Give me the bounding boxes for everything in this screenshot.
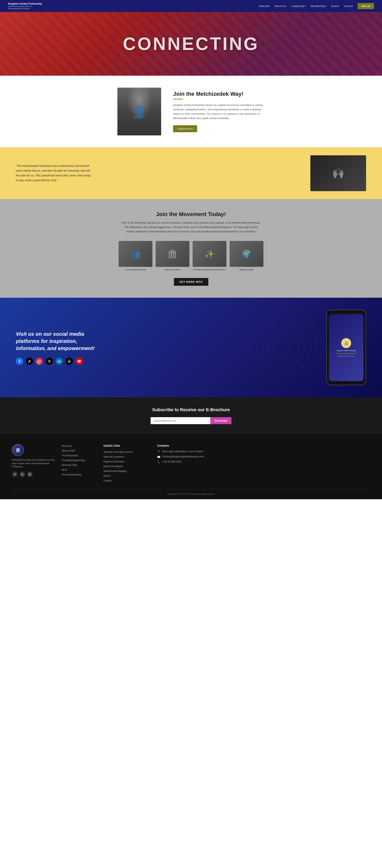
tiktok-icon[interactable]: [26, 358, 33, 365]
photo-box-4: 🌍: [230, 241, 264, 267]
footer-link-6[interactable]: Events: [103, 474, 151, 477]
linkedin-icon[interactable]: [56, 358, 63, 365]
x-twitter-icon[interactable]: [46, 358, 53, 365]
footer-ig-icon[interactable]: [27, 471, 33, 477]
social-left: Visit us on our social media platforms f…: [16, 330, 100, 365]
nav-welcome[interactable]: Welcome: [259, 5, 270, 7]
footer-useful-list: Apostolic Oversight Council National Ove…: [103, 450, 151, 482]
footer-logo-icon: 🏛️: [15, 447, 21, 453]
svg-point-3: [58, 360, 59, 361]
instagram-icon[interactable]: [36, 358, 43, 365]
photo-icon-2: 🏛️: [168, 249, 177, 259]
svg-point-9: [275, 336, 299, 360]
photo-item-4: 🌍 Making Impact: [230, 241, 264, 271]
footer-logo: 🏛️: [12, 444, 24, 456]
social-section: Visit us on our social media platforms f…: [0, 298, 382, 397]
phone-mockup: 🏛️ Kingdom Global Fellowship Kingdom Glo…: [326, 310, 366, 385]
footer: 🏛️ KINGDOM GLOBAL FELLOWSHIP and The Mos…: [0, 434, 382, 499]
svg-rect-10: [29, 473, 31, 475]
footer-useful-heading: Useful Links: [103, 444, 151, 447]
contact-email: ✉️ Contact@kingdomglobalfellowship.com: [157, 455, 209, 458]
person-image: [117, 88, 161, 135]
app-divider: [336, 353, 357, 354]
join-section: Join the Melchizedek Way! Kingdom Global…: [0, 76, 382, 147]
svg-point-2: [40, 360, 40, 361]
join-button[interactable]: Join Us: [357, 3, 374, 9]
photo-box-3: ✨: [193, 241, 227, 267]
footer-link-7[interactable]: Contact: [103, 479, 151, 482]
footer-useful-col: Useful Links Apostolic Oversight Council…: [103, 444, 151, 484]
threads-icon[interactable]: [66, 358, 73, 365]
phone-icon: 📞: [157, 461, 160, 464]
hero-text: CONNECTING: [123, 35, 259, 53]
footer-link-3[interactable]: Regional Overseers: [103, 460, 151, 463]
quote-people-icon: 🙌: [332, 167, 344, 179]
photo-caption-3: Providing Spiritual Empowerment: [193, 269, 227, 271]
photo-caption-1: Connecting Ministries: [118, 269, 152, 271]
svg-point-7: [263, 323, 310, 371]
app-logo: 🏛️: [341, 338, 351, 348]
nav-logo: Kingdom Global Fellowship and the Most S…: [8, 2, 42, 9]
nav-events[interactable]: Events: [331, 5, 339, 7]
footer-nav-mitc[interactable]: MITC: [62, 468, 98, 471]
footer-nav-offer[interactable]: What We Offer: [62, 463, 98, 467]
footer-nav-welcome[interactable]: Welcome: [62, 444, 98, 447]
footer-nav-bishop[interactable]: The Global Bishop: [62, 473, 98, 476]
footer-brand: 🏛️ KINGDOM GLOBAL FELLOWSHIP and The Mos…: [12, 444, 56, 484]
photo-item-3: ✨ Providing Spiritual Empowerment: [193, 241, 227, 271]
quote-text: "The Melchizedek Priesthood was institut…: [16, 164, 92, 183]
youtube-icon[interactable]: [76, 358, 83, 365]
ripple-circles: [247, 308, 326, 387]
footer-tw-icon[interactable]: [20, 471, 25, 477]
footer-link-2[interactable]: National Overseers: [103, 455, 151, 458]
facebook-icon[interactable]: [16, 358, 23, 365]
subscribe-section: Subscribe to Receive our E-Brochure Subs…: [0, 397, 382, 434]
nav-contact[interactable]: Contact: [344, 5, 353, 7]
nav-about[interactable]: About Us: [275, 4, 287, 8]
quote-section: "The Melchizedek Priesthood was institut…: [0, 147, 382, 199]
footer-contacts-col: Contacts 📍 East Legon Adjiringanor, Accr…: [157, 444, 209, 484]
navbar: Kingdom Global Fellowship and the Most S…: [0, 0, 382, 12]
email-text: Contact@kingdomglobalfellowship.com: [162, 455, 204, 458]
footer-nav-melchizedek[interactable]: The Melchizedek Way: [62, 458, 98, 462]
subscribe-heading: Subscribe to Receive our E-Brochure: [8, 407, 374, 412]
photo-box-2: 🏛️: [155, 241, 189, 267]
photo-caption-4: Making Impact: [230, 269, 264, 271]
footer-fb-icon[interactable]: [12, 471, 18, 477]
nav-leadership[interactable]: Leadership: [291, 4, 306, 8]
photo-icon-1: 👥: [131, 249, 140, 259]
get-info-button[interactable]: GET MORE INFO: [174, 278, 208, 286]
join-image: [117, 88, 161, 135]
footer-link-4[interactable]: District Presidents: [103, 464, 151, 468]
photo-item-1: 👥 Connecting Ministries: [118, 241, 152, 271]
footer-brand-text: KINGDOM GLOBAL FELLOWSHIP and The Most S…: [12, 458, 56, 468]
svg-point-1: [39, 361, 40, 362]
phone-text: +233 55 985 1584: [162, 460, 181, 463]
movement-heading: Join the Movement Today!: [24, 211, 358, 217]
contact-phone: 📞 +233 55 985 1584: [157, 460, 209, 464]
svg-point-5: [251, 312, 322, 383]
address-icon: 📍: [157, 450, 160, 453]
footer-nav-kgf[interactable]: What is KGF: [62, 449, 98, 453]
footer-grid: 🏛️ KINGDOM GLOBAL FELLOWSHIP and The Mos…: [12, 444, 370, 484]
footer-link-1[interactable]: Apostolic Oversight Council: [103, 450, 151, 454]
join-description: Kingdom Global Fellowship stands as a gl…: [173, 103, 265, 121]
address-text: East Legon Adjiringanor, Accra, Ghana: [162, 450, 203, 453]
svg-point-6: [257, 318, 316, 377]
logo-title: Kingdom Global Fellowship: [8, 2, 42, 5]
svg-point-11: [29, 474, 30, 475]
join-content: Join the Melchizedek Way! Kingdom Global…: [173, 91, 265, 132]
footer-social: [12, 471, 56, 477]
app-tagline: Kingdom Global Fellowship: [338, 355, 355, 357]
explore-button[interactable]: Explore More: [173, 125, 197, 132]
footer-nav-list: Welcome What is KGF The Priesthood The M…: [62, 444, 98, 476]
social-heading: Visit us on our social media platforms f…: [16, 330, 100, 352]
footer-link-5[interactable]: Membership Eligibility: [103, 469, 151, 473]
movement-section: Join the Movement Today! KGF is the fell…: [0, 199, 382, 298]
join-heading: Join the Melchizedek Way!: [173, 91, 265, 97]
subscribe-button[interactable]: Subscribe: [210, 417, 232, 424]
nav-membership[interactable]: Membership: [311, 4, 326, 8]
photo-box-1: 👥: [118, 241, 152, 267]
subscribe-input[interactable]: [150, 417, 210, 424]
footer-nav-priesthood[interactable]: The Priesthood: [62, 454, 98, 457]
